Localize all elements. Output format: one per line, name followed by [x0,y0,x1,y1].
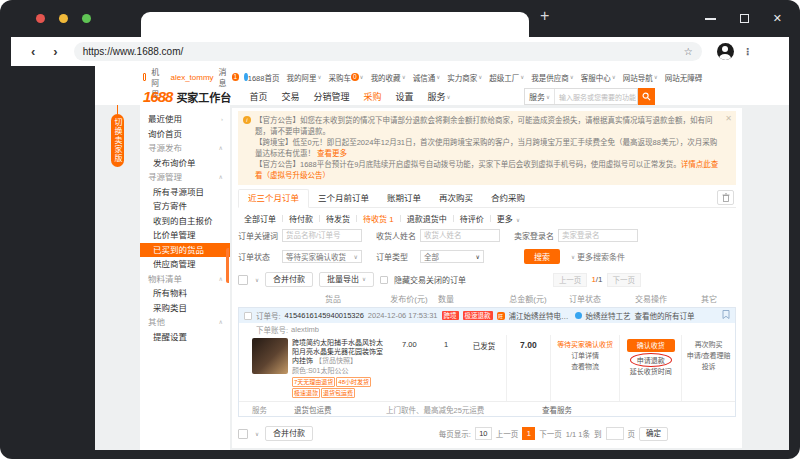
maximize-icon[interactable] [740,14,749,23]
utility-link-cart[interactable]: 采购车0∨ [328,72,363,83]
address-bar[interactable]: https://www.1688.com/ ☆ [74,42,702,61]
utility-link-accessibility[interactable]: 网站无障碍 [665,72,703,83]
sidebar-item-recent[interactable]: 最近使用› [140,112,230,127]
utility-link-factory[interactable]: 超级工厂∨ [489,72,524,83]
url-text[interactable]: https://www.1688.com/ [83,46,184,57]
extend-receipt-link[interactable]: 延长收货时间 [620,366,681,376]
nav-purchase[interactable]: 采购 [363,90,381,103]
order-type-select[interactable]: 全部∨ [420,250,484,263]
bookmark-star-icon[interactable]: ☆ [684,46,693,57]
filter-all-orders[interactable]: 全部订单 [238,213,282,224]
sidebar-section-other[interactable]: 其他∧ [140,315,230,330]
search-category-select[interactable]: 服务∨ [525,89,555,104]
chevron-down-icon[interactable]: ∨ [255,277,259,283]
sidebar-item-supplier-manage[interactable]: 供应商管理 [140,257,230,272]
nav-home[interactable]: 首页 [249,90,267,103]
sidebar-item-received-quotes[interactable]: 收到的自主报价 [140,214,230,229]
current-page-button[interactable]: 1 [522,427,535,440]
sidebar-item-compare-manage[interactable]: 比价单管理 [140,228,230,243]
sidebar-section-materials[interactable]: 物料清单∧ [140,272,230,287]
search-button[interactable] [638,88,655,105]
nav-settings[interactable]: 设置 [395,90,413,103]
forward-icon[interactable]: › [53,44,57,59]
wangwang-icon[interactable]: 旺 [497,312,505,320]
messages-link[interactable]: 消息 [219,66,227,88]
search-input[interactable]: 输入服务或您需要的功能 [555,92,637,102]
view-all-orders-link[interactable]: 查看他的所有订单 [635,310,695,321]
close-traffic-icon[interactable] [36,14,45,23]
utility-link-strength[interactable]: 实力商家∨ [447,72,482,83]
sidebar-item-all-materials[interactable]: 所有物料 [140,286,230,301]
next-page-button[interactable]: 下一页 [607,273,642,287]
batch-export-button[interactable]: 批量导出∨ [319,272,374,287]
claim-link[interactable]: 申请/查看理赔 [682,350,735,361]
select-all-checkbox-bottom[interactable] [238,429,248,439]
nav-distribution[interactable]: 分销管理 [313,90,349,103]
back-icon[interactable]: ‹ [31,44,35,59]
filter-pending-ship[interactable]: 待发货 [320,213,356,224]
tab-before-3-months[interactable]: 三个月前订单 [309,190,378,207]
order-checkbox[interactable] [244,312,252,320]
sidebar-section-sourcing-manage[interactable]: 寻源管理∧ [140,170,230,185]
sidebar-item-publish-inquiry[interactable]: 发布询价单 [140,156,230,171]
browser-menu-icon[interactable]: ⋮ [743,46,753,57]
view-logistics-link[interactable]: 查看物流 [551,361,620,372]
sidebar-item-inquiry-home[interactable]: 询价首页 [140,127,230,142]
goto-page-input[interactable] [606,427,624,440]
filter-refunding[interactable]: 退款退货中 [401,213,453,224]
utility-link-chengxintong[interactable]: 诚信通∨ [413,72,441,83]
confirm-receipt-button[interactable]: 确认收货 [627,339,675,352]
buy-again-link[interactable]: 再次购买 [682,339,735,350]
bookmark-flag-icon[interactable] [722,310,730,321]
order-detail-link[interactable]: 订单详情 [551,350,620,361]
complaint-link[interactable]: 投诉 [682,361,735,372]
store-name[interactable]: 浦江始绣丝特电子商… [509,310,571,321]
chevron-down-icon[interactable]: ∨ [255,431,259,437]
goto-confirm-button[interactable]: 确定 [639,427,668,441]
prev-page-button[interactable]: 上一页 [553,273,588,287]
utility-link-favorites[interactable]: 我的收藏∨ [371,72,406,83]
view-service-link[interactable]: 查看服务 [542,404,572,415]
notice-close-icon[interactable]: ✕ [725,113,732,124]
sidebar-item-reminder-settings[interactable]: 提醒设置 [140,330,230,345]
utility-link-service[interactable]: 客服中心∨ [581,72,616,83]
sidebar-item-official-mail[interactable]: 官方寄件 [140,199,230,214]
merge-pay-button[interactable]: 合并付款 [265,272,313,287]
minimize-icon[interactable] [705,18,716,20]
tab-contract-purchase[interactable]: 合约采购 [482,190,534,207]
tab-last-3-months[interactable]: 近三个月订单 [238,189,309,208]
more-search-conditions[interactable]: ∨更多搜索条件 [570,251,625,262]
utility-link-myali[interactable]: 我的阿里∨ [286,72,321,83]
filter-more[interactable]: 更多 ∨ [491,213,526,224]
sidebar-item-purchase-category[interactable]: 采购类目 [140,301,230,316]
receiver-input[interactable] [420,229,500,242]
utility-link-home[interactable]: 1688首页 [248,72,280,83]
utility-link-sitemap[interactable]: 网站导航∨ [623,72,658,83]
contact-wangwang-icon[interactable] [575,312,582,319]
minimize-traffic-icon[interactable] [59,14,68,23]
select-all-checkbox[interactable] [238,275,248,285]
notice-link-more[interactable]: 查看更多 [317,149,347,158]
utility-link-supplier[interactable]: 我是供应商∨ [531,72,574,83]
profile-avatar[interactable] [717,43,734,60]
hide-closed-checkbox[interactable] [380,276,388,284]
prev-page-link[interactable]: 上一页 [496,428,519,439]
sidebar-item-all-sourcing[interactable]: 所有寻源项目 [140,185,230,200]
per-page-value[interactable]: 10 [475,427,492,440]
switch-seller-tag[interactable]: 切换卖家版 [111,114,124,167]
username-link[interactable]: alex_tommy [170,73,213,82]
next-page-link[interactable]: 下一页 [539,428,562,439]
tab-credit-orders[interactable]: 账期订单 [378,190,430,207]
keyword-input[interactable] [282,229,362,242]
tab-buy-again[interactable]: 再次购买 [430,190,482,207]
nav-trade[interactable]: 交易 [281,90,299,103]
merge-pay-button-bottom[interactable]: 合并付款 [265,426,313,441]
order-status-select[interactable]: 等待买家确认收货∨ [282,250,362,263]
product-image[interactable] [252,338,288,374]
store-contact[interactable]: 始绣丝特工艺 [586,310,631,321]
seller-input[interactable] [558,229,638,242]
filter-pending-payment[interactable]: 待付款 [283,213,319,224]
filter-pending-receive[interactable]: 待收货 1 [357,213,400,224]
sidebar-section-sourcing-publish[interactable]: 寻源发布∧ [140,141,230,156]
fullscreen-traffic-icon[interactable] [82,14,91,23]
